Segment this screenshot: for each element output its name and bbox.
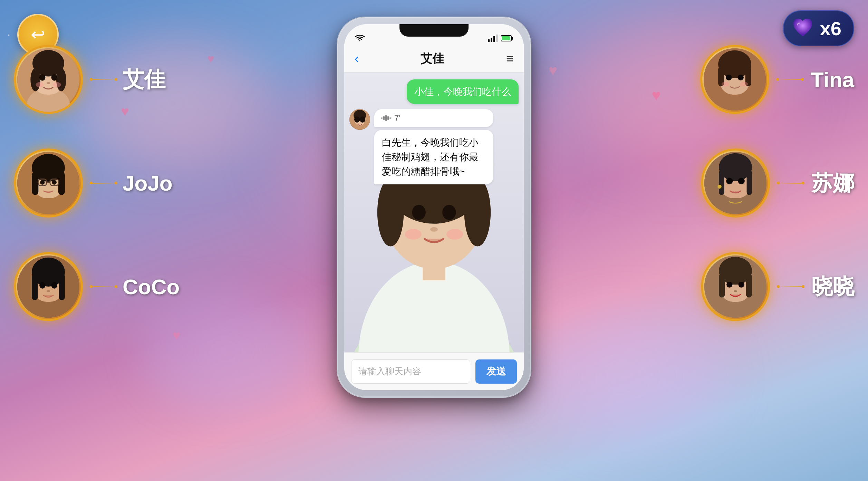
svg-point-52 — [726, 282, 732, 288]
jojo-line — [90, 183, 117, 184]
svg-point-5 — [30, 68, 40, 91]
svg-point-8 — [51, 74, 57, 81]
heart-icon — [791, 16, 815, 40]
character-coco[interactable]: CoCo — [14, 252, 180, 321]
aijia-name: 艾佳 — [123, 65, 165, 94]
jojo-name-group: JoJo — [90, 171, 173, 195]
svg-rect-25 — [32, 274, 38, 300]
svg-rect-85 — [389, 117, 391, 119]
suna-name: 苏娜 — [811, 169, 854, 198]
signal-icon — [487, 35, 498, 42]
phone-screen: ‹ 艾佳 ≡ — [344, 24, 524, 390]
svg-point-44 — [726, 178, 733, 184]
svg-rect-82 — [383, 116, 385, 120]
avatar-jojo — [14, 148, 83, 218]
svg-rect-81 — [381, 117, 383, 119]
svg-rect-26 — [59, 274, 65, 300]
svg-point-72 — [442, 205, 456, 220]
svg-point-10 — [36, 82, 44, 87]
svg-rect-58 — [496, 35, 498, 42]
character-tina[interactable]: Tina — [700, 45, 854, 114]
suna-name-group — [777, 183, 804, 184]
chat-header: ‹ 艾佳 ≡ — [344, 45, 524, 73]
message-sent-1: 小佳，今晚我们吃什么 — [407, 79, 519, 104]
svg-point-38 — [740, 82, 748, 86]
svg-point-73 — [430, 227, 438, 232]
svg-point-9 — [47, 82, 50, 84]
svg-point-35 — [726, 75, 732, 80]
aijia-name-group: 艾佳 — [90, 65, 165, 94]
suna-line — [777, 183, 804, 184]
chat-menu-button[interactable]: ≡ — [506, 51, 513, 66]
svg-point-21 — [52, 180, 57, 184]
svg-point-46 — [717, 185, 721, 189]
battery-icon — [501, 35, 513, 42]
tina-line — [776, 79, 804, 80]
svg-point-80 — [360, 116, 365, 123]
tina-name-group — [776, 79, 804, 80]
character-aijia[interactable]: 艾佳 — [14, 45, 165, 114]
character-xiaoxiao[interactable]: 晓晓 — [701, 252, 854, 321]
svg-point-71 — [412, 205, 426, 220]
character-suna[interactable]: 苏娜 — [701, 148, 854, 218]
deco-heart-2: ♥ — [207, 52, 214, 66]
svg-rect-61 — [502, 36, 510, 40]
svg-point-29 — [47, 290, 50, 292]
avatar-xiaoxiao — [701, 252, 770, 321]
avatar-suna — [701, 148, 770, 218]
jojo-name: JoJo — [123, 171, 173, 195]
character-jojo[interactable]: JoJo — [14, 148, 173, 218]
deco-heart-6: ♥ — [549, 62, 557, 79]
svg-rect-84 — [387, 116, 389, 120]
phone-frame: ‹ 艾佳 ≡ — [337, 17, 531, 397]
svg-rect-57 — [493, 36, 495, 42]
tina-name: Tina — [811, 67, 854, 92]
coco-name: CoCo — [123, 275, 180, 299]
hearts-count: x6 — [820, 17, 841, 40]
dots-left: · · · — [0, 29, 22, 40]
status-right — [487, 35, 513, 42]
svg-point-53 — [739, 282, 744, 288]
svg-point-20 — [40, 180, 45, 184]
svg-point-74 — [405, 229, 422, 240]
chat-input-area: 请输入聊天内容 发送 — [344, 352, 524, 390]
deco-heart-5: ♥ — [173, 328, 181, 343]
svg-rect-65 — [374, 299, 494, 352]
svg-rect-43 — [747, 170, 752, 195]
chat-input-placeholder: 请输入聊天内容 — [358, 365, 421, 377]
svg-rect-51 — [746, 274, 752, 298]
svg-rect-16 — [58, 172, 65, 195]
svg-point-45 — [738, 178, 745, 184]
voice-wave-icon — [381, 115, 391, 122]
message-received-text: 白先生，今晚我们吃小佳秘制鸡翅，还有你最爱吃的糖醋排骨哦~ — [374, 130, 493, 184]
phone-container: ‹ 艾佳 ≡ — [337, 17, 531, 397]
chat-title: 艾佳 — [421, 51, 444, 67]
message-received-group: 7' 白先生，今晚我们吃小佳秘制鸡翅，还有你最爱吃的糖醋排骨哦~ — [349, 109, 493, 184]
chat-send-button[interactable]: 发送 — [475, 359, 517, 384]
xiaoxiao-line — [777, 286, 804, 287]
receiver-avatar — [349, 109, 370, 130]
avatar-coco — [14, 252, 83, 321]
avatar-tina — [700, 45, 769, 114]
svg-rect-60 — [511, 37, 513, 40]
svg-rect-56 — [491, 38, 492, 42]
svg-point-27 — [39, 282, 45, 289]
svg-rect-50 — [719, 274, 725, 298]
deco-heart-3: ♥ — [652, 86, 661, 104]
coco-name-group: CoCo — [90, 275, 180, 299]
avatar-aijia — [14, 45, 83, 114]
svg-point-79 — [354, 116, 360, 123]
svg-rect-15 — [32, 172, 38, 195]
message-bubble-wrap: 7' 白先生，今晚我们吃小佳秘制鸡翅，还有你最爱吃的糖醋排骨哦~ — [374, 109, 493, 184]
chat-input-field[interactable]: 请输入聊天内容 — [351, 359, 470, 384]
svg-rect-55 — [488, 39, 490, 42]
aijia-line — [90, 79, 117, 80]
message-voice[interactable]: 7' — [374, 109, 493, 127]
status-left — [355, 35, 365, 42]
svg-rect-83 — [385, 115, 387, 121]
chat-back-button[interactable]: ‹ — [355, 51, 359, 66]
chat-messages: 小佳，今晚我们吃什么 — [344, 73, 524, 191]
chat-area: 小佳，今晚我们吃什么 — [344, 73, 524, 352]
svg-point-11 — [53, 82, 61, 87]
hearts-counter: x6 — [783, 10, 854, 46]
